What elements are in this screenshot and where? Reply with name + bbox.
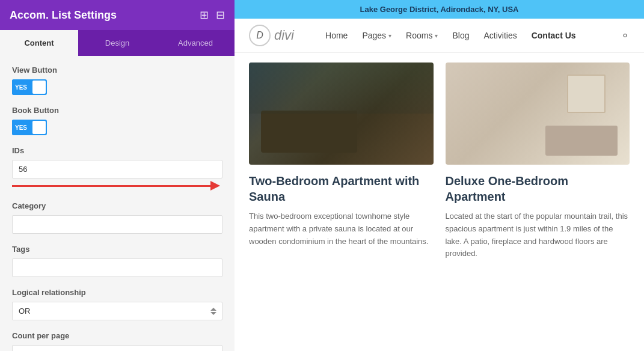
nav-link-rooms[interactable]: Rooms ▾ [406,31,438,40]
tags-field: Tags [12,245,222,277]
book-button-field: Book Button YES [12,106,222,135]
rooms-chevron-icon: ▾ [435,32,438,39]
card-1-image [249,63,434,165]
arrow-indicator [12,181,222,191]
right-preview-panel: Lake George District, Adirondack, NY, US… [235,0,644,351]
logical-relationship-select[interactable]: OR AND [12,302,222,320]
apt2-photo [446,63,630,165]
content-area: Two-Bedroom Apartment with Sauna This tw… [235,53,644,351]
book-toggle-yes-label: YES [12,120,30,135]
book-button-toggle[interactable]: YES [12,120,47,135]
pages-chevron-icon: ▾ [388,32,391,39]
top-bar-text: Lake George District, Adirondack, NY, US… [360,5,519,14]
left-settings-panel: Accom. List Settings ⊞ ⊟ Content Design … [0,0,235,351]
card-2-image [446,63,630,165]
toggle-yes-label: YES [12,79,30,95]
category-field: Category [12,201,222,234]
card-2: Deluxe One-Bedroom Apartment Located at … [446,63,630,341]
panel-content: View Button YES Book Button YES IDs 56 [0,56,235,351]
tab-design[interactable]: Design [78,30,156,56]
ids-input[interactable]: 56 [12,160,222,179]
logo-text: divi [274,28,294,43]
nav-link-blog[interactable]: Blog [452,31,469,40]
tags-input[interactable] [12,258,222,277]
view-button-label: View Button [12,66,222,75]
toggle-handle [32,81,46,94]
book-button-label: Book Button [12,106,222,115]
nav-link-home[interactable]: Home [325,31,348,40]
panel-header: Accom. List Settings ⊞ ⊟ [0,0,235,30]
nav-link-pages[interactable]: Pages ▾ [362,31,391,40]
logo-letter: D [256,30,263,41]
ids-field: IDs 56 [12,146,222,191]
count-per-page-label: Count per page [12,331,222,340]
card-2-description: Located at the start of the popular moun… [446,210,630,260]
panel-title: Accom. List Settings [10,9,117,22]
nav-bar: D divi Home Pages ▾ Rooms ▾ Blog Activit… [235,19,644,53]
top-bar: Lake George District, Adirondack, NY, US… [235,0,644,19]
logical-relationship-select-wrapper: OR AND [12,302,222,320]
arrow-head [210,181,220,191]
logical-relationship-label: Logical relationship [12,288,222,297]
tabs-row: Content Design Advanced [0,30,235,56]
tab-content[interactable]: Content [0,30,78,56]
tab-advanced[interactable]: Advanced [156,30,235,56]
tags-label: Tags [12,245,222,254]
card-1: Two-Bedroom Apartment with Sauna This tw… [249,63,434,341]
count-per-page-field: Count per page [12,331,222,351]
card-1-title: Two-Bedroom Apartment with Sauna [249,173,434,204]
card-1-description: This two-bedroom exceptional townhome st… [249,210,434,248]
book-toggle-handle [32,121,46,134]
apt1-photo [249,63,434,165]
nav-links: Home Pages ▾ Rooms ▾ Blog Activities Con… [325,31,576,40]
category-input[interactable] [12,215,222,234]
nav-link-activities[interactable]: Activities [483,31,517,40]
nav-link-contact[interactable]: Contact Us [532,31,576,40]
ids-row: 56 [12,160,222,179]
search-icon[interactable]: ⚬ [621,29,630,42]
expand-icon[interactable]: ⊞ [200,8,209,22]
ids-label: IDs [12,146,222,155]
logical-relationship-field: Logical relationship OR AND [12,288,222,320]
logo: D divi [249,25,294,46]
header-icons: ⊞ ⊟ [200,8,225,22]
count-per-page-input[interactable] [12,345,222,351]
logo-circle: D [249,25,271,46]
category-label: Category [12,201,222,210]
view-button-field: View Button YES [12,66,222,95]
arrow-line [12,185,210,187]
card-2-title: Deluxe One-Bedroom Apartment [446,173,630,204]
view-button-toggle[interactable]: YES [12,79,47,95]
columns-icon[interactable]: ⊟ [216,8,225,22]
